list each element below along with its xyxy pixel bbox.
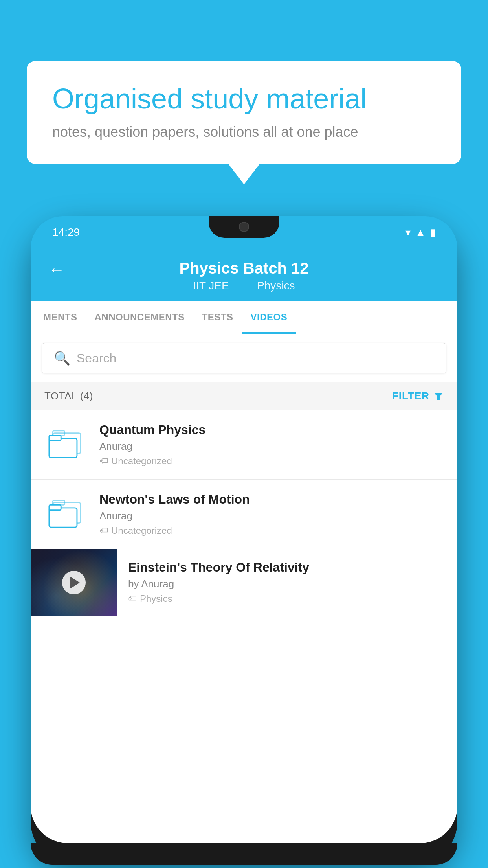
status-icons: ▾ ▲ ▮ [405,226,436,239]
header-subtitle: IIT JEE Physics [188,280,299,292]
search-bar-container: 🔍 Search [31,334,457,382]
folder-icon-quantum [44,427,88,462]
tag-icon-quantum: 🏷 [99,456,108,466]
video-item-quantum[interactable]: Quantum Physics Anurag 🏷 Uncategorized [31,410,457,480]
tag-icon-newton: 🏷 [99,526,108,536]
header-title: Physics Batch 12 [179,259,308,277]
total-count: TOTAL (4) [44,390,93,402]
video-title-quantum: Quantum Physics [99,423,444,437]
video-tag-text-quantum: Uncategorized [111,456,172,467]
tab-tests[interactable]: TESTS [193,301,242,334]
tab-announcements[interactable]: ANNOUNCEMENTS [86,301,193,334]
filter-bar: TOTAL (4) FILTER [31,382,457,410]
einstein-tag-text: Physics [140,593,172,604]
search-input-placeholder[interactable]: Search [77,351,116,366]
filter-button[interactable]: FILTER [392,390,444,402]
video-tag-newton: 🏷 Uncategorized [99,525,444,536]
svg-rect-3 [49,438,77,458]
phone-notch [209,216,279,238]
battery-icon: ▮ [430,226,436,239]
speech-bubble: Organised study material notes, question… [27,61,461,164]
status-bar: 14:29 ▾ ▲ ▮ [31,216,457,248]
tag-icon-einstein: 🏷 [128,594,137,604]
svg-rect-4 [49,435,61,440]
header-subtitle-separator [242,280,248,292]
video-author-newton: Anurag [99,510,444,522]
einstein-info: Einstein's Theory Of Relativity by Anura… [117,549,457,615]
tab-videos[interactable]: VIDEOS [242,301,296,334]
header-subtitle-part2: Physics [257,280,295,292]
folder-svg-quantum [48,429,84,460]
camera-dot [239,222,249,232]
video-tag-text-newton: Uncategorized [111,525,172,536]
header-subtitle-part1: IIT JEE [193,280,229,292]
einstein-tag: 🏷 Physics [128,593,446,604]
video-item-newton[interactable]: Newton's Laws of Motion Anurag 🏷 Uncateg… [31,480,457,549]
filter-funnel-icon [433,391,444,401]
video-info-quantum: Quantum Physics Anurag 🏷 Uncategorized [99,423,444,467]
svg-marker-0 [434,393,443,400]
einstein-thumbnail [31,549,117,616]
video-list: Quantum Physics Anurag 🏷 Uncategorized [31,410,457,616]
tab-bar: MENTS ANNOUNCEMENTS TESTS VIDEOS [31,301,457,334]
video-info-newton: Newton's Laws of Motion Anurag 🏷 Uncateg… [99,492,444,536]
wifi-icon: ▾ [405,226,411,239]
search-icon: 🔍 [54,350,70,366]
phone-frame: 14:29 ▾ ▲ ▮ ← Physics Batch 12 IIT JEE P… [31,216,457,865]
video-tag-quantum: 🏷 Uncategorized [99,456,444,467]
einstein-title: Einstein's Theory Of Relativity [128,560,446,575]
phone-screen: ← Physics Batch 12 IIT JEE Physics MENTS… [31,248,457,843]
bubble-subtitle: notes, question papers, solutions all at… [52,124,436,140]
play-triangle-icon [70,577,80,588]
speech-bubble-container: Organised study material notes, question… [27,61,461,164]
svg-rect-8 [49,505,61,510]
play-button[interactable] [62,571,86,594]
filter-label: FILTER [392,390,429,402]
video-item-einstein[interactable]: Einstein's Theory Of Relativity by Anura… [31,549,457,616]
signal-icon: ▲ [415,226,426,239]
app-header: ← Physics Batch 12 IIT JEE Physics [31,248,457,301]
tab-ments[interactable]: MENTS [35,301,86,334]
video-author-quantum: Anurag [99,440,444,452]
status-time: 14:29 [52,226,80,239]
bubble-title: Organised study material [52,83,436,115]
phone-bottom [31,843,457,865]
back-button[interactable]: ← [48,260,65,279]
video-title-newton: Newton's Laws of Motion [99,492,444,507]
svg-rect-7 [49,508,77,527]
folder-svg-newton [48,499,84,530]
folder-icon-newton [44,497,88,532]
einstein-author: by Anurag [128,578,446,590]
search-bar[interactable]: 🔍 Search [42,343,446,373]
